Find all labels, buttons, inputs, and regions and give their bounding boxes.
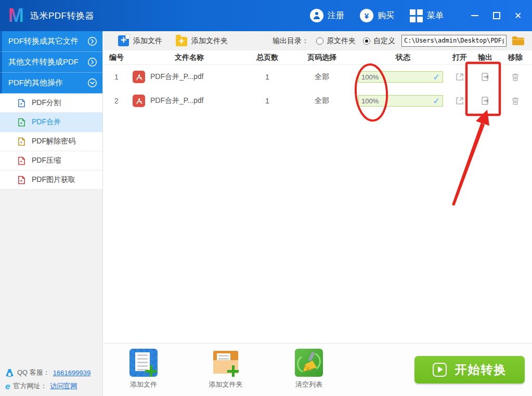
check-icon: ✓ <box>433 96 440 106</box>
clear-list-button[interactable]: 清空列表 <box>286 344 332 389</box>
sidebar-item-label: PDF分割 <box>32 98 61 108</box>
pdf-doc-icon <box>18 156 25 165</box>
yen-icon <box>360 9 373 22</box>
group-label: 其他文件转换成PDF <box>8 57 87 67</box>
add-file-button[interactable]: 添加文件 <box>118 35 162 46</box>
add-folder-button[interactable]: 添加文件夹 <box>176 35 228 46</box>
app-title: 迅米PDF转换器 <box>30 10 94 22</box>
radio-custom-label: 自定义 <box>373 36 395 46</box>
col-filename: 文件名称 <box>129 53 249 62</box>
sidebar-item-label: PDF解除密码 <box>32 137 75 146</box>
progress-percent: 100% <box>361 73 379 81</box>
col-status: 状态 <box>358 53 448 62</box>
group-label: PDF的其他操作 <box>8 78 87 88</box>
add-file-label: 添加文件 <box>133 36 162 46</box>
table-header: 编号 文件名称 总页数 页码选择 状态 打开 输出 移除 <box>103 50 532 65</box>
menu-grid-icon <box>410 9 423 22</box>
chevron-right-icon <box>87 57 97 67</box>
official-site-link[interactable]: 访问官网 <box>50 381 77 391</box>
radio-original-folder[interactable]: 原文件夹 <box>316 36 356 46</box>
site-label: 官方网址： <box>13 381 47 391</box>
clear-list-icon <box>295 349 323 377</box>
page-range: 全部 <box>286 72 358 82</box>
col-range: 页码选择 <box>286 53 358 62</box>
sidebar-group-pdf-to-other[interactable]: PDF转换成其它文件 <box>0 31 102 52</box>
clear-list-label: 清空列表 <box>286 380 332 389</box>
open-file-icon[interactable] <box>455 72 465 82</box>
remove-file-icon[interactable] <box>510 96 521 106</box>
radio-original-label: 原文件夹 <box>327 36 356 46</box>
sidebar-item-pdf-extract-images[interactable]: PDF图片获取 <box>0 170 102 190</box>
bottom-bar: 添加文件 添加文件夹 <box>103 343 532 396</box>
open-output-icon[interactable] <box>480 96 490 106</box>
menu-button[interactable]: 菜单 <box>410 9 444 22</box>
row-id: 1 <box>103 73 129 81</box>
progress-bar: 100% ✓ <box>358 71 443 83</box>
browse-folder-icon[interactable] <box>512 36 525 46</box>
qq-number-link[interactable]: 1661699939 <box>53 369 90 377</box>
radio-custom-folder[interactable]: 自定义 <box>363 36 395 46</box>
chevron-right-icon <box>87 36 97 46</box>
col-output: 输出 <box>472 53 499 62</box>
close-button[interactable] <box>514 11 523 20</box>
page-range: 全部 <box>286 96 358 105</box>
col-open: 打开 <box>448 53 472 62</box>
register-icon <box>310 9 323 22</box>
file-name: PDF合并_P...pdf <box>150 96 203 105</box>
pdf-file-icon <box>133 95 145 107</box>
play-icon <box>433 363 447 377</box>
sidebar-item-pdf-compress[interactable]: PDF压缩 <box>0 151 102 170</box>
sidebar-group-pdf-other-ops[interactable]: PDF的其他操作 <box>0 73 102 94</box>
minimize-button[interactable] <box>471 11 479 20</box>
sidebar-item-pdf-split[interactable]: PDF分割 <box>0 94 102 113</box>
chevron-down-icon <box>87 78 97 88</box>
add-folder-big-label: 添加文件夹 <box>202 380 249 389</box>
add-file-big-button[interactable]: 添加文件 <box>120 344 167 389</box>
file-name: PDF合并_P...pdf <box>150 72 203 82</box>
row-id: 2 <box>103 97 129 105</box>
col-id: 编号 <box>103 53 129 62</box>
check-icon: ✓ <box>433 72 440 82</box>
page-count: 1 <box>249 73 286 81</box>
main-panel: 添加文件 添加文件夹 输出目录： 原文件夹 自定义 编号 文件名称 总页数 页码… <box>103 31 532 396</box>
pdf-doc-icon <box>18 137 25 146</box>
menu-label: 菜单 <box>427 10 444 21</box>
maximize-button[interactable] <box>492 11 501 20</box>
start-convert-button[interactable]: 开始转换 <box>414 356 525 384</box>
sidebar-item-label: PDF合并 <box>32 117 61 127</box>
add-folder-big-icon <box>212 349 240 377</box>
toolbar: 添加文件 添加文件夹 输出目录： 原文件夹 自定义 <box>103 31 532 50</box>
add-folder-big-button[interactable]: 添加文件夹 <box>202 344 249 389</box>
sidebar: PDF转换成其它文件 其他文件转换成PDF PDF的其他操作 PDF分割 PDF… <box>0 31 103 396</box>
open-file-icon[interactable] <box>455 96 465 106</box>
col-pages: 总页数 <box>249 53 286 62</box>
add-folder-label: 添加文件夹 <box>191 36 228 46</box>
app-window: 迅米PDF转换器 注册 购买 菜单 PDF转换成其它文件 <box>0 0 532 396</box>
pdf-doc-icon <box>18 176 25 184</box>
pdf-doc-icon <box>18 99 25 108</box>
remove-file-icon[interactable] <box>510 72 521 82</box>
radio-dot-icon <box>363 37 370 45</box>
register-button[interactable]: 注册 <box>310 9 344 22</box>
page-count: 1 <box>249 97 286 105</box>
start-convert-label: 开始转换 <box>455 362 507 378</box>
open-output-icon[interactable] <box>480 72 490 82</box>
browser-icon <box>5 382 10 391</box>
sidebar-item-label: PDF图片获取 <box>32 175 75 184</box>
sidebar-item-label: PDF压缩 <box>32 156 61 165</box>
table-row: 2 PDF合并_P...pdf 1 全部 100% ✓ <box>103 89 532 113</box>
add-file-big-label: 添加文件 <box>120 380 167 389</box>
qq-label: QQ 客服： <box>17 368 50 377</box>
sidebar-item-pdf-merge[interactable]: PDF合并 <box>0 113 102 132</box>
add-file-icon <box>118 35 129 46</box>
pdf-file-icon <box>133 71 145 83</box>
output-path-input[interactable] <box>401 35 507 47</box>
support-block: QQ 客服： 1661699939 官方网址： 访问官网 <box>5 364 90 391</box>
sidebar-item-pdf-unlock[interactable]: PDF解除密码 <box>0 132 102 151</box>
output-dir-label: 输出目录： <box>273 36 309 46</box>
progress-percent: 100% <box>361 97 379 105</box>
buy-button[interactable]: 购买 <box>360 9 394 22</box>
qq-icon <box>5 368 14 377</box>
add-file-big-icon <box>129 349 158 377</box>
sidebar-group-other-to-pdf[interactable]: 其他文件转换成PDF <box>0 52 102 73</box>
